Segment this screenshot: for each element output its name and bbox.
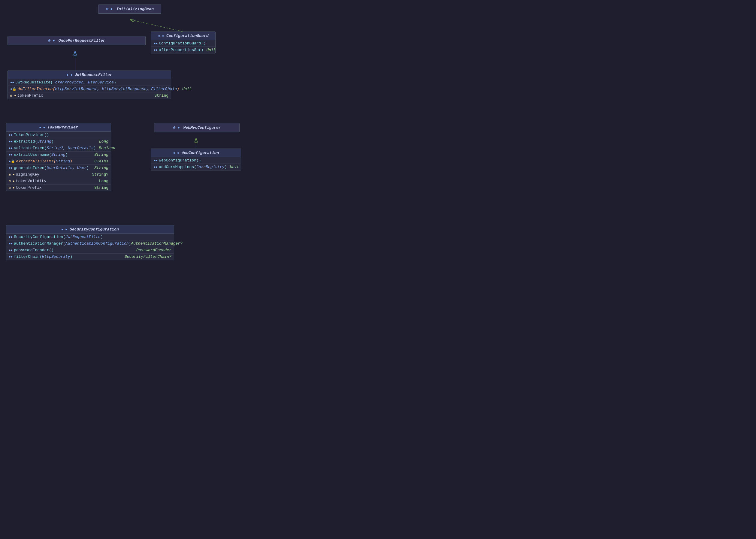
validate-token-name: validateToken(String?, UserDetails) [14,146,96,150]
jwt-class-icon: ● ● [66,73,72,77]
jwt-request-filter-name: JwtRequestFilter [75,73,112,77]
filter-chain-row: ●● filterChain(HttpSecurity) SecurityFil… [6,254,174,260]
web-configuration-box: ● ● WebConfiguration ●● WebConfiguration… [151,149,241,171]
validate-token-icon: ●● [9,146,13,150]
once-per-request-filter-box: ⊕ ● OncePerRequestFilter [8,36,146,45]
sc-constructor-row: ●● SecurityConfiguration(JwtRequestFilte… [6,234,174,240]
web-mvc-configurer-header: ⊕ ● WebMvcConfigurer [154,123,239,132]
class-icon: ● ● [158,34,164,38]
extract-id-row: ●● extractId(String) Long [6,138,111,145]
password-encoder-name: passwordEncoder() [14,248,54,252]
extract-id-return: Long [99,139,108,144]
filter-chain-name: filterChain(HttpSecurity) [14,255,72,259]
wc-constructor-name: WebConfiguration() [159,158,201,163]
token-provider-constructor: ●● TokenProvider() [6,132,111,138]
web-config-constructor: ●● WebConfiguration() [151,157,241,164]
configuration-guard-box: ● ● ConfigurationGuard ●● ConfigurationG… [151,32,215,53]
token-prefix-field-name: tokenPrefix [17,93,43,98]
jwt-request-filter-box: ● ● JwtRequestFilter ●● JwtRequestFilte(… [8,70,171,99]
method-visibility-icon: ●● [154,42,158,45]
after-props-name: afterPropertiesSe() [159,48,203,52]
authentication-manager-row: ●● authenticationManager(AuthenticationC… [6,240,174,247]
security-configuration-box: ● ● SecurityConfiguration ●● SecurityCon… [6,225,174,260]
tp-token-prefix-icon: ⊞ ● [9,186,15,190]
web-config-class-icon: ● ● [173,151,179,155]
token-provider-class-icon: ● ● [39,126,45,129]
generate-token-icon: ●● [9,166,13,170]
token-validity-type: Long [99,179,108,183]
configuration-guard-name: ConfigurationGuard [166,34,209,38]
extract-all-claims-name: extractAllClaims(String) [16,159,72,164]
once-per-request-filter-header: ⊕ ● OncePerRequestFilter [8,36,145,45]
web-mvc-configurer-name: WebMvcConfigurer [184,125,221,130]
initializing-bean-box: ⊕ ● InitializingBean [98,5,161,14]
token-validity-row: ⊞ ● tokenValidity Long [6,178,111,185]
once-per-request-filter-name: OncePerRequestFilter [58,38,105,43]
extract-username-row: ●● extractUsername(String) String [6,152,111,158]
tp-cons-icon: ●● [9,133,13,137]
token-prefix-icon: ⊞ ● [10,94,16,98]
extract-all-return: Claims [94,159,108,164]
wc-cons-icon: ●● [154,159,158,162]
jwt-cons-icon: ●● [10,81,14,84]
config-guard-constructor: ●● ConfigurationGuard() [151,40,215,47]
add-cors-name: addCorsMappings(CorsRegistry) [159,165,227,169]
extract-id-name: extractId(String) [14,139,54,144]
validate-token-row: ●● validateToken(String?, UserDetails) B… [6,145,111,152]
diagram-container: ⊕ ● InitializingBean ● ● ConfigurationGu… [0,0,378,270]
validate-token-return: Boolean [99,146,115,150]
initializing-bean-header: ⊕ ● InitializingBean [99,5,161,14]
auth-manager-icon: ●● [9,242,13,246]
extract-username-name: extractUsername(String) [14,152,67,157]
signing-key-name: signingKey [16,172,39,177]
configuration-guard-header: ● ● ConfigurationGuard [151,32,215,40]
web-mvc-configurer-box: ⊕ ● WebMvcConfigurer [154,123,240,132]
signing-key-row: ⊞ ● signingKey String? [6,171,111,178]
do-filter-return: Unit [182,87,192,91]
extract-all-claims-row: ●🔒 extractAllClaims(String) Claims [6,158,111,165]
generate-token-name: generateToken(UserDetails, User) [14,166,89,170]
generate-token-return: String [94,166,108,170]
signing-key-type: String? [92,172,108,177]
tp-constructor-name: TokenProvider() [14,133,49,137]
method-visibility-icon2: ●● [154,48,158,52]
extract-username-icon: ●● [9,153,13,157]
web-configuration-header: ● ● WebConfiguration [151,149,241,157]
add-cors-return: Unit [230,165,239,169]
jwt-constructor-name: JwtRequestFilte(TokenProvider, UserServi… [15,80,116,85]
filter-chain-icon: ●● [9,255,13,259]
interface-icon: ⊕ ● [106,7,113,11]
token-validity-icon: ⊞ ● [9,179,15,183]
config-guard-after-props: ●● afterPropertiesSe() Unit [151,47,215,53]
add-cors-icon: ●● [154,165,158,169]
filter-chain-return: SecurityFilterChain? [125,255,171,259]
token-prefix-field-row: ⊞ ● tokenPrefix String [8,93,171,99]
token-validity-name: tokenValidity [16,179,46,183]
do-filter-row: ●🔒 doFilterInterna(HttpServletRequest, H… [8,86,171,93]
token-provider-box: ● ● TokenProvider ●● TokenProvider() ●● … [6,123,111,191]
sc-constructor-name: SecurityConfiguration(JwtRequestFilte) [14,235,103,239]
password-encoder-return: PasswordEncoder [136,248,171,252]
password-encoder-icon: ●● [9,249,13,252]
sc-cons-icon: ●● [9,235,13,239]
token-provider-header: ● ● TokenProvider [6,123,111,132]
web-mvc-icon: ⊕ ● [173,125,180,130]
signing-key-icon: ⊞ ● [9,173,15,177]
extract-username-return: String [94,152,108,157]
extract-all-icon: ●🔒 [9,159,15,163]
security-configuration-header: ● ● SecurityConfiguration [6,225,174,234]
sc-class-icon: ● ● [61,228,67,231]
tp-token-prefix-type: String [94,186,108,190]
do-filter-name: doFilterInterna(HttpServletRequest, Http… [18,87,179,91]
generate-token-row: ●● generateToken(UserDetails, User) Stri… [6,165,111,171]
token-provider-name: TokenProvider [47,125,78,130]
jwt-request-filter-header: ● ● JwtRequestFilter [8,71,171,79]
after-props-return: Unit [206,48,215,52]
abstract-icon: ⊕ ● [48,38,55,43]
do-filter-icon: ●🔒 [10,87,17,91]
auth-manager-return: AuthenticationManager? [131,241,183,246]
security-configuration-name: SecurityConfiguration [70,227,119,232]
tp-token-prefix-name: tokenPrefix [16,186,42,190]
auth-manager-name: authenticationManager(AuthenticationConf… [14,241,131,246]
jwt-constructor-row: ●● JwtRequestFilte(TokenProvider, UserSe… [8,79,171,86]
